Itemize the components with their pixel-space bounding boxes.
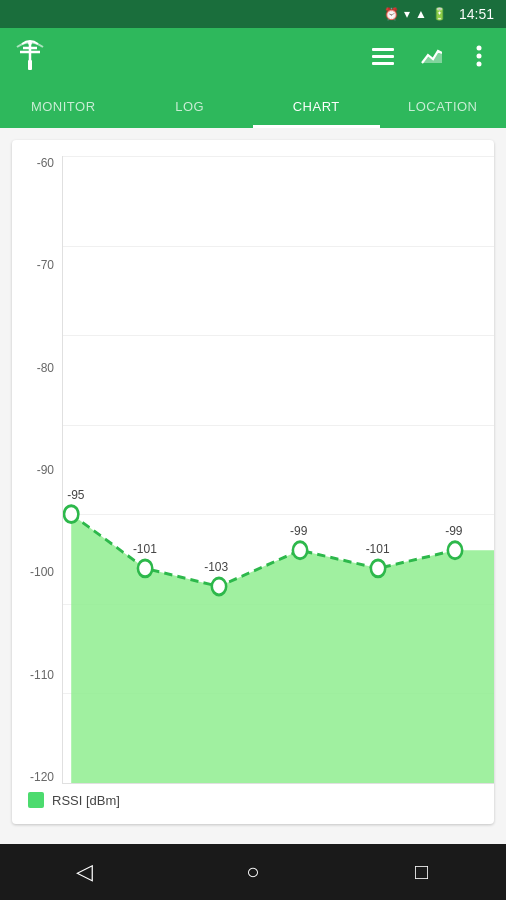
svg-rect-0	[28, 60, 32, 70]
y-label-70: -70	[37, 258, 54, 272]
toolbar	[0, 28, 506, 84]
main-content: -60 -70 -80 -90 -100 -110 -120	[0, 128, 506, 844]
tab-monitor[interactable]: MONITOR	[0, 84, 127, 128]
svg-rect-7	[372, 62, 394, 65]
recent-button[interactable]: □	[392, 852, 452, 892]
stats-button[interactable]	[416, 41, 446, 71]
alarm-icon: ⏰	[384, 7, 399, 21]
svg-point-14	[212, 578, 226, 595]
toolbar-actions	[368, 41, 494, 71]
chart-card: -60 -70 -80 -90 -100 -110 -120	[12, 140, 494, 824]
chart-area: -60 -70 -80 -90 -100 -110 -120	[12, 156, 494, 784]
tab-location[interactable]: LOCATION	[380, 84, 507, 128]
chart-inner: -95 -101 -103 -99 -101 -99	[62, 156, 494, 784]
y-label-90: -90	[37, 463, 54, 477]
status-bar: ⏰ ▾ ▲ 🔋 14:51	[0, 0, 506, 28]
svg-rect-5	[372, 48, 394, 51]
svg-point-13	[138, 560, 152, 577]
svg-point-8	[477, 46, 482, 51]
label-99-1: -99	[290, 524, 307, 538]
nav-bar: ◁ ○ □	[0, 844, 506, 900]
label-103: -103	[204, 560, 228, 574]
home-icon: ○	[246, 859, 259, 885]
antenna-icon	[12, 38, 48, 74]
y-axis: -60 -70 -80 -90 -100 -110 -120	[12, 156, 62, 784]
y-label-100: -100	[30, 565, 54, 579]
back-icon: ◁	[76, 859, 93, 885]
label-99-2: -99	[445, 524, 462, 538]
y-label-60: -60	[37, 156, 54, 170]
svg-point-17	[448, 542, 462, 559]
svg-point-16	[371, 560, 385, 577]
status-time: 14:51	[459, 6, 494, 22]
tabs: MONITOR LOG CHART LOCATION	[0, 84, 506, 128]
tab-log[interactable]: LOG	[127, 84, 254, 128]
label-95: -95	[67, 488, 84, 502]
svg-point-12	[64, 506, 78, 523]
recent-icon: □	[415, 859, 428, 885]
chart-svg	[63, 156, 494, 783]
y-label-110: -110	[30, 668, 54, 682]
legend-color-box	[28, 792, 44, 808]
y-label-80: -80	[37, 361, 54, 375]
svg-point-9	[477, 54, 482, 59]
battery-icon: 🔋	[432, 7, 447, 21]
list-button[interactable]	[368, 41, 398, 71]
app-logo	[12, 38, 368, 74]
legend-label: RSSI [dBm]	[52, 793, 120, 808]
home-button[interactable]: ○	[223, 852, 283, 892]
y-label-120: -120	[30, 770, 54, 784]
chart-legend: RSSI [dBm]	[12, 784, 494, 812]
wifi-icon: ▾	[404, 7, 410, 21]
svg-point-15	[293, 542, 307, 559]
status-icons: ⏰ ▾ ▲ 🔋	[384, 7, 447, 21]
tab-chart[interactable]: CHART	[253, 84, 380, 128]
svg-rect-6	[372, 55, 394, 58]
label-101-1: -101	[133, 542, 157, 556]
signal-icon: ▲	[415, 7, 427, 21]
back-button[interactable]: ◁	[54, 852, 114, 892]
label-101-2: -101	[366, 542, 390, 556]
more-button[interactable]	[464, 41, 494, 71]
svg-point-10	[477, 62, 482, 67]
